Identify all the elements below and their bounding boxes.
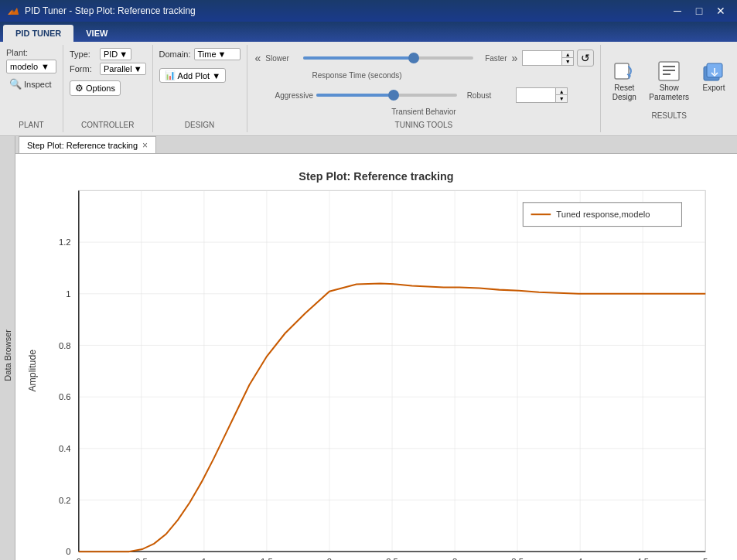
response-value-spinner: 2.346 ▲ ▼ [522, 50, 574, 66]
form-row: Form: Parallel ▼ [70, 63, 146, 75]
svg-text:0.5: 0.5 [135, 557, 148, 560]
faster-label: Faster [476, 54, 507, 63]
y-axis-label: Amplitude [27, 350, 38, 392]
svg-text:3.5: 3.5 [511, 557, 524, 560]
reset-design-button[interactable]: ResetDesign [607, 57, 641, 105]
tab-view[interactable]: VIEW [73, 25, 120, 42]
show-parameters-button[interactable]: ShowParameters [644, 57, 694, 105]
plant-dropdown[interactable]: modelo ▼ [6, 60, 56, 73]
show-parameters-icon [657, 60, 681, 82]
reset-design-label: ResetDesign [612, 84, 636, 102]
faster-nav-btn[interactable]: » [510, 52, 520, 64]
options-label: Options [86, 84, 115, 93]
transient-spin-down[interactable]: ▼ [556, 95, 567, 102]
inspect-label: Inspect [24, 80, 51, 89]
design-section: Domain: Time ▼ 📊 Add Plot ▼ DESIGN [153, 45, 247, 132]
add-plot-arrow: ▼ [212, 71, 220, 80]
form-label: Form: [70, 64, 97, 73]
controller-section: Type: PID ▼ Form: Parallel ▼ ⚙ Options C… [63, 45, 153, 132]
type-dropdown[interactable]: PID ▼ [100, 48, 131, 60]
svg-text:3: 3 [452, 557, 457, 560]
svg-text:0.8: 0.8 [59, 341, 71, 350]
svg-text:2: 2 [327, 557, 332, 560]
form-dropdown[interactable]: Parallel ▼ [100, 63, 146, 75]
plant-dropdown-arrow: ▼ [41, 62, 49, 71]
svg-text:0.6: 0.6 [59, 392, 71, 401]
type-value: PID [104, 50, 118, 59]
tab-pid-tuner[interactable]: PID TUNER [3, 25, 73, 42]
reset-arrow-btn[interactable]: ↺ [577, 50, 594, 67]
matlab-logo-icon [6, 4, 20, 18]
robust-label: Robust [460, 91, 491, 100]
titlebar-title: PID Tuner - Step Plot: Reference trackin… [25, 5, 196, 16]
transient-sub-labels: Transient Behavior [254, 108, 595, 116]
minimize-button[interactable]: ─ [667, 3, 688, 19]
transient-slider-fill [316, 94, 394, 97]
slower-label: Slower [265, 54, 300, 63]
plant-section: Plant: modelo ▼ 🔍 Inspect PLANT [0, 45, 63, 132]
options-button[interactable]: ⚙ Options [70, 80, 121, 96]
results-section-label: RESULTS [651, 110, 686, 120]
transient-value-input[interactable]: 0.6 [517, 90, 555, 101]
plant-value: modelo [10, 62, 38, 71]
response-time-label: Response Time (seconds) [312, 71, 402, 80]
export-button[interactable]: Export [697, 57, 731, 96]
domain-row: Domain: Time ▼ [159, 48, 241, 60]
gear-icon: ⚙ [75, 83, 84, 94]
export-icon [701, 60, 726, 82]
results-buttons: ResetDesign ShowParameters [607, 57, 731, 105]
maximize-button[interactable]: □ [689, 3, 709, 19]
results-section: ResetDesign ShowParameters [601, 45, 737, 132]
transient-spinner-btns: ▲ ▼ [555, 88, 567, 102]
data-browser-label: Data Browser [3, 330, 12, 381]
tab-close-btn[interactable]: × [142, 141, 148, 150]
chart-icon: 📊 [165, 70, 176, 80]
response-spin-up[interactable]: ▲ [562, 51, 573, 58]
step-plot-tab[interactable]: Step Plot: Reference tracking × [19, 136, 156, 153]
chart-area: Step Plot: Reference tracking [15, 154, 737, 560]
slower-nav-btn[interactable]: « [254, 52, 263, 64]
svg-text:1.5: 1.5 [261, 557, 273, 560]
design-section-label: DESIGN [159, 119, 241, 129]
add-plot-row: 📊 Add Plot ▼ [159, 68, 241, 83]
plant-section-label: PLANT [6, 119, 56, 129]
response-slider-track [303, 56, 473, 60]
transient-behavior-label: Transient Behavior [391, 108, 456, 116]
show-parameters-label: ShowParameters [649, 84, 689, 102]
main-layout: Data Browser Step Plot: Reference tracki… [0, 136, 737, 560]
domain-dropdown-arrow: ▼ [218, 50, 227, 59]
inspect-button[interactable]: 🔍 Inspect [6, 77, 56, 91]
ribbon: Plant: modelo ▼ 🔍 Inspect PLANT Type: PI… [0, 42, 737, 136]
export-label: Export [703, 84, 725, 93]
svg-text:1: 1 [202, 557, 206, 560]
transient-spin-up[interactable]: ▲ [556, 88, 567, 95]
titlebar: PID Tuner - Step Plot: Reference trackin… [0, 0, 737, 22]
response-sub-labels: Response Time (seconds) [254, 71, 595, 80]
svg-text:2.5: 2.5 [386, 557, 398, 560]
type-label: Type: [70, 50, 97, 59]
response-row: « Slower Faster » 2.346 ▲ ▼ ↺ [254, 48, 595, 68]
response-slider-thumb[interactable] [408, 53, 419, 63]
response-value-input[interactable]: 2.346 [523, 53, 561, 63]
data-browser-tab[interactable]: Data Browser [0, 136, 15, 560]
close-button[interactable]: ✕ [711, 3, 731, 19]
transient-value-spinner: 0.6 ▲ ▼ [516, 87, 568, 103]
magnifier-icon: 🔍 [9, 78, 22, 90]
tab-bar: Step Plot: Reference tracking × [15, 136, 737, 154]
transient-slider-track [316, 94, 457, 97]
add-plot-button[interactable]: 📊 Add Plot ▼ [159, 68, 226, 83]
step-plot-chart: Step Plot: Reference tracking [23, 162, 729, 560]
main-content: Step Plot: Reference tracking × Step Plo… [15, 136, 737, 560]
transient-slider-thumb[interactable] [388, 90, 399, 101]
domain-value: Time [198, 50, 217, 59]
svg-text:0: 0 [66, 547, 70, 556]
tuning-section: « Slower Faster » 2.346 ▲ ▼ ↺ Response T… [247, 45, 602, 132]
step-plot-tab-label: Step Plot: Reference tracking [27, 141, 138, 150]
domain-dropdown[interactable]: Time ▼ [194, 48, 241, 60]
transient-row: Aggressive Robust 0.6 ▲ ▼ [254, 86, 595, 104]
response-spin-down[interactable]: ▼ [562, 58, 573, 65]
svg-text:0.4: 0.4 [59, 444, 71, 453]
aggressive-label: Aggressive [275, 91, 313, 100]
domain-label: Domain: [159, 50, 191, 59]
response-slider-fill [303, 56, 413, 60]
